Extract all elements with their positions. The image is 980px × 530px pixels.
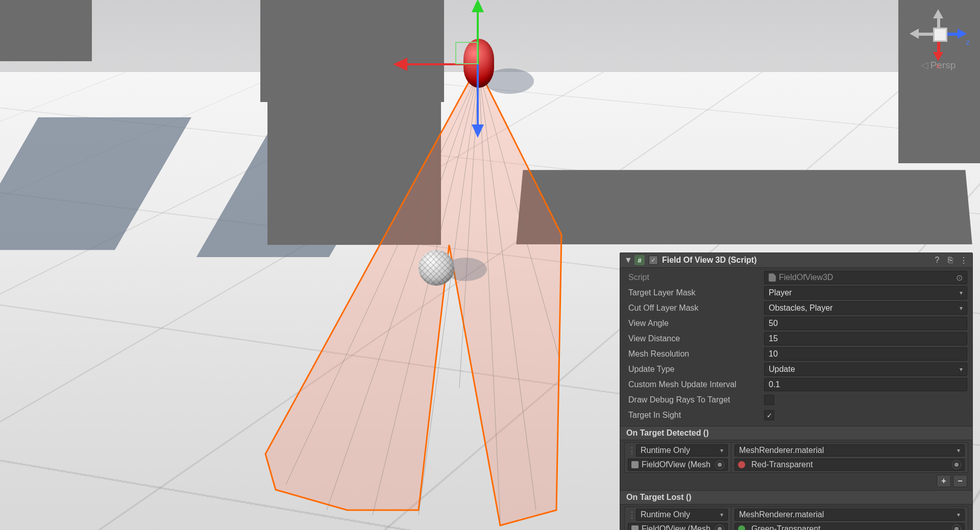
call-mode-dropdown[interactable]: Runtime Only [636,444,728,457]
property-label: Cut Off Layer Mask [625,304,764,313]
foldout-toggle-icon[interactable]: ▼ [624,256,630,265]
reorder-handle-icon[interactable]: ⋮⋮ [628,510,633,520]
property-row-update-type: Update Type Update [620,362,972,377]
property-label: Target In Sight [625,411,764,420]
gizmo-xy-plane[interactable] [455,42,478,64]
script-field: FieldOfView3D ⊙ [764,271,967,284]
script-icon: # [634,255,645,265]
event-target-object-field[interactable]: FieldOfView (Mesh [628,523,728,530]
orient-left-cone-icon [910,29,919,39]
orientation-gizmo[interactable]: z x ◁Persp [908,11,969,71]
component-title: Field Of View 3D (Script) [662,256,928,265]
script-asset-icon [769,273,776,282]
gizmo-x-arrow-icon [393,58,407,71]
property-row-mesh-resolution: Mesh Resolution 10 [620,346,972,362]
help-icon[interactable]: ? [933,256,942,265]
inspector-component: ▼ # ✓ Field Of View 3D (Script) ? ⎘ ⋮ Sc… [620,253,973,530]
event-argument-material-field[interactable]: Green-Transparent [734,523,965,530]
gizmo-z-arrow-icon [472,124,484,138]
component-header[interactable]: ▼ # ✓ Field Of View 3D (Script) ? ⎘ ⋮ [620,253,972,268]
number-field[interactable]: 10 [764,347,967,361]
target-sphere[interactable] [419,250,454,286]
property-label: Update Type [625,365,764,374]
add-listener-button[interactable]: + [937,475,951,487]
gameobject-icon [631,461,639,468]
property-row-view-distance: View Distance 15 [620,331,972,346]
object-picker-icon[interactable] [715,524,724,530]
event-argument-material-field[interactable]: Red-Transparent [734,459,965,471]
unityevent-block-detected: ⋮⋮ Runtime Only FieldOfView (Mesh MeshRe… [624,442,968,473]
property-row-cutoff-layer: Cut Off Layer Mask Obstacles, Player [620,300,972,316]
number-field[interactable]: 50 [764,317,967,330]
unityevent-header-detected: On Target Detected () [620,426,972,440]
event-function-dropdown[interactable]: MeshRenderer.material [734,444,965,457]
unityevent-list-buttons: + − [620,474,972,487]
material-swatch-icon [738,461,745,468]
gameobject-icon [631,525,639,530]
unityevent-header-lost: On Target Lost () [620,490,972,504]
property-label: Custom Mesh Update Interval [625,380,764,389]
object-picker-icon[interactable] [952,524,961,530]
property-label: Target Layer Mask [625,288,764,297]
property-row-view-angle: View Angle 50 [620,316,972,331]
material-swatch-icon [738,525,745,530]
unityevent-block-lost: ⋮⋮ Runtime Only FieldOfView (Mesh MeshRe… [624,507,968,530]
property-label: Draw Debug Rays To Target [625,395,764,405]
property-label: View Distance [625,334,764,343]
orient-cube-icon[interactable] [933,28,947,42]
component-enable-checkbox[interactable]: ✓ [649,256,658,265]
preset-icon[interactable]: ⎘ [946,256,955,265]
property-row-custom-interval: Custom Mesh Update Interval 0.1 [620,377,972,392]
orient-x-label: x [936,61,940,70]
number-field[interactable]: 15 [764,332,967,345]
reorder-handle-icon[interactable]: ⋮⋮ [628,446,633,456]
enum-dropdown[interactable]: Update [764,363,967,376]
property-label: View Angle [625,319,764,328]
orient-z-cone-icon [958,29,967,39]
property-row-target-layer: Target Layer Mask Player [620,285,972,300]
eye-icon: ◁ [921,60,928,70]
property-row-script: Script FieldOfView3D ⊙ [620,270,972,285]
layermask-dropdown[interactable]: Obstacles, Player [764,301,967,315]
object-picker-icon[interactable]: ⊙ [956,273,963,283]
property-label: Script [625,273,764,282]
checkbox[interactable] [764,395,774,405]
property-row-target-in-sight: Target In Sight ✓ [620,408,972,423]
orient-up-cone-icon [933,9,943,18]
object-picker-icon[interactable] [715,460,724,469]
checkbox[interactable]: ✓ [764,410,774,420]
gizmo-y-arrow-icon [472,0,484,12]
orient-x-cone-icon [933,52,943,61]
event-function-dropdown[interactable]: MeshRenderer.material [734,509,965,521]
context-menu-icon[interactable]: ⋮ [959,256,968,265]
remove-listener-button[interactable]: − [953,475,967,487]
event-target-object-field[interactable]: FieldOfView (Mesh [628,459,728,471]
number-field[interactable]: 0.1 [764,378,967,391]
object-picker-icon[interactable] [952,460,961,469]
svg-marker-0 [265,71,561,525]
property-row-draw-debug: Draw Debug Rays To Target [620,392,972,408]
call-mode-dropdown[interactable]: Runtime Only [636,509,728,521]
layermask-dropdown[interactable]: Player [764,286,967,299]
orient-z-label: z [966,38,970,46]
property-label: Mesh Resolution [625,349,764,359]
